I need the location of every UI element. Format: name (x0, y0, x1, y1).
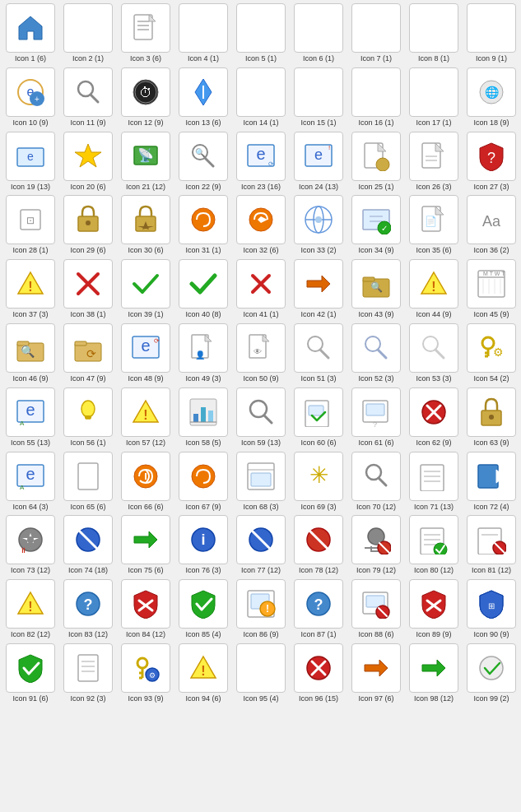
icon-box-81 (467, 515, 516, 564)
icon-cell-98[interactable]: Icon 98 (12) (405, 642, 463, 706)
icon-cell-31[interactable]: Icon 31 (1) (174, 193, 232, 258)
icon-cell-78[interactable]: Icon 78 (12) (290, 513, 347, 578)
icon-cell-64[interactable]: eAIcon 64 (3) (2, 450, 59, 514)
icon-cell-76[interactable]: iIcon 76 (3) (174, 513, 232, 578)
icon-cell-19[interactable]: eIcon 19 (13) (2, 130, 59, 194)
icon-cell-47[interactable]: ⟳Icon 47 (9) (59, 322, 117, 386)
icon-cell-84[interactable]: Icon 84 (12) (117, 578, 174, 642)
icon-cell-56[interactable]: Icon 56 (1) (59, 386, 117, 450)
icon-cell-46[interactable]: 🔍Icon 46 (9) (2, 322, 59, 386)
icon-cell-92[interactable]: Icon 92 (3) (59, 642, 117, 706)
icon-cell-88[interactable]: Icon 88 (6) (347, 578, 405, 642)
icon-cell-89[interactable]: Icon 89 (9) (405, 578, 463, 642)
icon-cell-67[interactable]: Icon 67 (9) (174, 450, 232, 514)
icon-cell-26[interactable]: Icon 26 (3) (405, 130, 463, 194)
icon-cell-5[interactable]: Icon 5 (1) (232, 2, 290, 66)
icon-cell-51[interactable]: Icon 51 (3) (290, 322, 347, 386)
icon-cell-20[interactable]: Icon 20 (6) (59, 130, 117, 194)
icon-cell-18[interactable]: 🌐Icon 18 (9) (463, 66, 520, 130)
icon-cell-32[interactable]: Icon 32 (6) (232, 193, 290, 258)
icon-cell-22[interactable]: 🔍Icon 22 (9) (174, 130, 232, 194)
icon-cell-23[interactable]: e⟳Icon 23 (16) (232, 130, 290, 194)
icon-cell-87[interactable]: ?Icon 87 (1) (290, 578, 347, 642)
icon-cell-6[interactable]: Icon 6 (1) (290, 2, 347, 66)
icon-cell-49[interactable]: 👤Icon 49 (3) (174, 322, 232, 386)
icon-cell-4[interactable]: Icon 4 (1) (174, 2, 232, 66)
icon-cell-57[interactable]: !Icon 57 (12) (117, 386, 174, 450)
icon-cell-69[interactable]: ✳Icon 69 (3) (290, 450, 347, 514)
icon-cell-61[interactable]: ?Icon 61 (6) (347, 386, 405, 450)
icon-cell-15[interactable]: Icon 15 (1) (290, 66, 347, 130)
icon-cell-96[interactable]: Icon 96 (15) (290, 642, 347, 706)
icon-cell-34[interactable]: ✓Icon 34 (9) (347, 193, 405, 258)
icon-cell-7[interactable]: Icon 7 (1) (347, 2, 405, 66)
icon-cell-36[interactable]: AaIcon 36 (2) (463, 193, 520, 258)
icon-cell-86[interactable]: !Icon 86 (9) (232, 578, 290, 642)
icon-cell-83[interactable]: ?Icon 83 (12) (59, 578, 117, 642)
icon-cell-2[interactable]: Icon 2 (1) (59, 2, 117, 66)
icon-cell-63[interactable]: Icon 63 (9) (463, 386, 520, 450)
icon-cell-81[interactable]: Icon 81 (12) (463, 513, 520, 578)
icon-cell-85[interactable]: Icon 85 (4) (174, 578, 232, 642)
icon-cell-50[interactable]: 👁Icon 50 (9) (232, 322, 290, 386)
icon-cell-1[interactable]: Icon 1 (6) (2, 2, 59, 66)
icon-cell-24[interactable]: e!Icon 24 (13) (290, 130, 347, 194)
icon-cell-60[interactable]: Icon 60 (6) (290, 386, 347, 450)
icon-cell-11[interactable]: Icon 11 (9) (59, 66, 117, 130)
icon-cell-42[interactable]: Icon 42 (1) (290, 258, 347, 322)
icon-cell-38[interactable]: Icon 38 (1) (59, 258, 117, 322)
icon-cell-21[interactable]: 📡Icon 21 (12) (117, 130, 174, 194)
icon-cell-48[interactable]: e⟳Icon 48 (9) (117, 322, 174, 386)
icon-cell-25[interactable]: Icon 25 (1) (347, 130, 405, 194)
icon-cell-80[interactable]: Icon 80 (12) (405, 513, 463, 578)
icon-cell-8[interactable]: Icon 8 (1) (405, 2, 463, 66)
icon-cell-75[interactable]: Icon 75 (6) (117, 513, 174, 578)
icon-cell-93[interactable]: ⚙Icon 93 (9) (117, 642, 174, 706)
icon-cell-66[interactable]: Icon 66 (6) (117, 450, 174, 514)
icon-cell-9[interactable]: Icon 9 (1) (463, 2, 520, 66)
icon-cell-55[interactable]: eAIcon 55 (13) (2, 386, 59, 450)
icon-cell-91[interactable]: Icon 91 (6) (2, 642, 59, 706)
icon-cell-59[interactable]: Icon 59 (13) (232, 386, 290, 450)
icon-cell-74[interactable]: Icon 74 (18) (59, 513, 117, 578)
icon-cell-3[interactable]: Icon 3 (6) (117, 2, 174, 66)
icon-cell-14[interactable]: Icon 14 (1) (232, 66, 290, 130)
icon-cell-70[interactable]: Icon 70 (12) (347, 450, 405, 514)
icon-cell-10[interactable]: e+Icon 10 (9) (2, 66, 59, 130)
icon-cell-52[interactable]: Icon 52 (3) (347, 322, 405, 386)
icon-cell-54[interactable]: ⚙Icon 54 (2) (463, 322, 520, 386)
icon-cell-17[interactable]: Icon 17 (1) (405, 66, 463, 130)
icon-cell-29[interactable]: Icon 29 (6) (59, 193, 117, 258)
icon-cell-41[interactable]: Icon 41 (1) (232, 258, 290, 322)
icon-cell-53[interactable]: Icon 53 (3) (405, 322, 463, 386)
icon-cell-65[interactable]: Icon 65 (6) (59, 450, 117, 514)
icon-cell-44[interactable]: !Icon 44 (9) (405, 258, 463, 322)
icon-cell-39[interactable]: Icon 39 (1) (117, 258, 174, 322)
icon-cell-13[interactable]: Icon 13 (6) (174, 66, 232, 130)
icon-cell-27[interactable]: ?Icon 27 (3) (463, 130, 520, 194)
icon-cell-16[interactable]: Icon 16 (1) (347, 66, 405, 130)
icon-cell-58[interactable]: Icon 58 (5) (174, 386, 232, 450)
icon-cell-40[interactable]: Icon 40 (8) (174, 258, 232, 322)
icon-cell-90[interactable]: ⊞Icon 90 (9) (463, 578, 520, 642)
icon-cell-97[interactable]: Icon 97 (6) (347, 642, 405, 706)
icon-cell-33[interactable]: Icon 33 (2) (290, 193, 347, 258)
icon-cell-35[interactable]: 📄Icon 35 (6) (405, 193, 463, 258)
icon-cell-82[interactable]: !Icon 82 (12) (2, 578, 59, 642)
icon-cell-71[interactable]: Icon 71 (13) (405, 450, 463, 514)
icon-cell-43[interactable]: 🔍Icon 43 (9) (347, 258, 405, 322)
icon-cell-79[interactable]: Icon 79 (12) (347, 513, 405, 578)
icon-cell-72[interactable]: Icon 72 (4) (463, 450, 520, 514)
icon-cell-94[interactable]: !Icon 94 (6) (174, 642, 232, 706)
icon-cell-68[interactable]: Icon 68 (3) (232, 450, 290, 514)
icon-cell-30[interactable]: Icon 30 (6) (117, 193, 174, 258)
icon-cell-95[interactable]: Icon 95 (4) (232, 642, 290, 706)
icon-cell-99[interactable]: Icon 99 (2) (463, 642, 520, 706)
icon-cell-62[interactable]: Icon 62 (9) (405, 386, 463, 450)
icon-cell-12[interactable]: ⏱Icon 12 (9) (117, 66, 174, 130)
icon-cell-28[interactable]: ⊡Icon 28 (1) (2, 193, 59, 258)
icon-cell-37[interactable]: !Icon 37 (3) (2, 258, 59, 322)
icon-cell-77[interactable]: Icon 77 (12) (232, 513, 290, 578)
icon-cell-45[interactable]: M T W T FIcon 45 (9) (463, 258, 520, 322)
icon-cell-73[interactable]: ⏸Icon 73 (12) (2, 513, 59, 578)
